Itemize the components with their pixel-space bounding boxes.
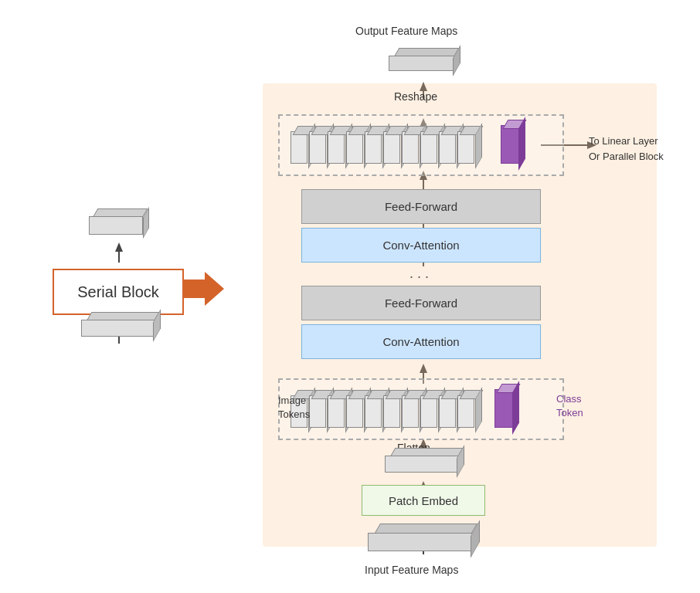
img-token-5 <box>365 395 382 428</box>
img-token-2 <box>309 395 326 428</box>
token-8 <box>420 131 437 164</box>
bottom-3d-box <box>81 320 158 337</box>
reshape-label: Reshape <box>394 90 437 103</box>
img-token-10 <box>457 395 474 428</box>
token-4 <box>346 131 363 164</box>
token-10 <box>457 131 474 164</box>
input-tokens-dashed-box <box>278 378 564 440</box>
token-2 <box>309 131 326 164</box>
output-feature-map <box>389 56 458 71</box>
conv-attention-2-box: Conv-Attention <box>301 324 541 359</box>
token-7 <box>402 131 419 164</box>
output-feature-maps-label: Output Feature Maps <box>355 25 457 37</box>
token-3 <box>328 131 345 164</box>
class-token-top <box>501 125 519 164</box>
output-tokens-dashed-box <box>278 114 564 176</box>
img-token-4 <box>346 395 363 428</box>
flatten-box <box>385 456 462 473</box>
feed-forward-1-box: Feed-Forward <box>301 189 541 224</box>
conv-attention-1-box: Conv-Attention <box>301 228 541 263</box>
image-tokens-label: Image Tokens <box>278 394 310 422</box>
svg-marker-3 <box>115 242 123 252</box>
diagram-container: Serial Block Output Feature Maps Reshape <box>0 0 700 593</box>
img-token-7 <box>402 395 419 428</box>
token-6 <box>383 131 400 164</box>
img-token-6 <box>383 395 400 428</box>
img-token-3 <box>328 395 345 428</box>
input-feature-map <box>368 533 476 551</box>
token-5 <box>365 131 382 164</box>
img-token-9 <box>439 395 456 428</box>
serial-block-label: Serial Block <box>77 283 159 301</box>
class-token-bottom <box>494 389 513 428</box>
dots: · · · <box>409 269 429 285</box>
top-3d-box <box>89 216 147 235</box>
token-1 <box>291 131 308 164</box>
token-9 <box>439 131 456 164</box>
patch-embed-box: Patch Embed <box>362 485 485 516</box>
serial-block-box: Serial Block <box>53 269 184 315</box>
input-feature-maps-label: Input Feature Maps <box>365 564 458 576</box>
class-token-label: Class Token <box>556 392 583 420</box>
feed-forward-2-box: Feed-Forward <box>301 286 541 320</box>
img-token-8 <box>420 395 437 428</box>
